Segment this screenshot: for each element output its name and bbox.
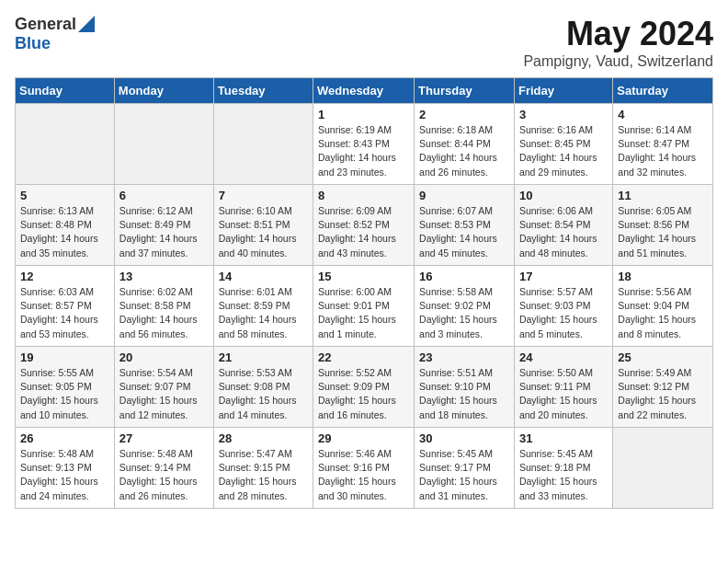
day-number: 2 bbox=[419, 108, 509, 121]
day-number: 26 bbox=[20, 431, 109, 445]
day-number: 15 bbox=[318, 270, 409, 283]
day-info: Sunrise: 6:10 AM Sunset: 8:51 PM Dayligh… bbox=[219, 204, 308, 260]
calendar-cell: 25Sunrise: 5:49 AM Sunset: 9:12 PM Dayli… bbox=[613, 347, 713, 428]
day-number: 10 bbox=[519, 189, 608, 202]
title-block: May 2024 Pampigny, Vaud, Switzerland bbox=[523, 15, 713, 70]
day-number: 24 bbox=[519, 350, 608, 364]
weekday-header-monday: Monday bbox=[114, 78, 213, 104]
day-number: 17 bbox=[519, 270, 608, 283]
calendar-cell: 23Sunrise: 5:51 AM Sunset: 9:10 PM Dayli… bbox=[415, 347, 515, 428]
calendar-cell: 3Sunrise: 6:16 AM Sunset: 8:45 PM Daylig… bbox=[514, 104, 612, 185]
calendar-cell: 22Sunrise: 5:52 AM Sunset: 9:09 PM Dayli… bbox=[313, 347, 415, 428]
day-number: 9 bbox=[419, 189, 509, 202]
week-row-1: 1Sunrise: 6:19 AM Sunset: 8:43 PM Daylig… bbox=[16, 104, 713, 185]
day-number: 8 bbox=[318, 189, 409, 202]
day-number: 11 bbox=[618, 189, 708, 202]
day-info: Sunrise: 5:45 AM Sunset: 9:17 PM Dayligh… bbox=[419, 447, 509, 503]
day-info: Sunrise: 5:51 AM Sunset: 9:10 PM Dayligh… bbox=[419, 366, 509, 422]
weekday-header-friday: Friday bbox=[514, 78, 612, 104]
day-number: 22 bbox=[318, 350, 409, 364]
calendar-cell: 2Sunrise: 6:18 AM Sunset: 8:44 PM Daylig… bbox=[415, 104, 515, 185]
calendar-cell: 8Sunrise: 6:09 AM Sunset: 8:52 PM Daylig… bbox=[313, 185, 415, 266]
day-number: 25 bbox=[618, 350, 708, 364]
calendar-cell: 5Sunrise: 6:13 AM Sunset: 8:48 PM Daylig… bbox=[16, 185, 115, 266]
day-info: Sunrise: 6:13 AM Sunset: 8:48 PM Dayligh… bbox=[20, 204, 109, 260]
day-number: 18 bbox=[618, 270, 708, 283]
day-number: 13 bbox=[119, 270, 209, 283]
calendar-cell: 15Sunrise: 6:00 AM Sunset: 9:01 PM Dayli… bbox=[313, 266, 415, 347]
day-number: 30 bbox=[419, 431, 509, 445]
calendar-cell bbox=[613, 428, 713, 509]
day-number: 1 bbox=[318, 108, 409, 121]
logo-blue-text: Blue bbox=[15, 34, 51, 53]
day-info: Sunrise: 6:12 AM Sunset: 8:49 PM Dayligh… bbox=[119, 204, 209, 260]
day-number: 3 bbox=[519, 108, 608, 121]
calendar-cell: 24Sunrise: 5:50 AM Sunset: 9:11 PM Dayli… bbox=[514, 347, 612, 428]
day-info: Sunrise: 6:14 AM Sunset: 8:47 PM Dayligh… bbox=[618, 123, 708, 179]
day-info: Sunrise: 6:05 AM Sunset: 8:56 PM Dayligh… bbox=[618, 204, 708, 260]
weekday-header-tuesday: Tuesday bbox=[213, 78, 313, 104]
logo-triangle-icon bbox=[78, 16, 95, 32]
day-number: 27 bbox=[119, 431, 209, 445]
calendar-cell: 17Sunrise: 5:57 AM Sunset: 9:03 PM Dayli… bbox=[514, 266, 612, 347]
calendar-cell bbox=[16, 104, 115, 185]
day-number: 20 bbox=[119, 350, 209, 364]
day-info: Sunrise: 6:00 AM Sunset: 9:01 PM Dayligh… bbox=[318, 285, 409, 341]
day-number: 5 bbox=[20, 189, 109, 202]
calendar-cell: 28Sunrise: 5:47 AM Sunset: 9:15 PM Dayli… bbox=[213, 428, 313, 509]
week-row-2: 5Sunrise: 6:13 AM Sunset: 8:48 PM Daylig… bbox=[16, 185, 713, 266]
day-info: Sunrise: 5:45 AM Sunset: 9:18 PM Dayligh… bbox=[519, 447, 608, 503]
calendar-cell: 30Sunrise: 5:45 AM Sunset: 9:17 PM Dayli… bbox=[415, 428, 515, 509]
day-number: 14 bbox=[219, 270, 308, 283]
day-info: Sunrise: 6:01 AM Sunset: 8:59 PM Dayligh… bbox=[219, 285, 308, 341]
day-number: 16 bbox=[419, 270, 509, 283]
calendar-cell: 11Sunrise: 6:05 AM Sunset: 8:56 PM Dayli… bbox=[613, 185, 713, 266]
calendar-cell: 26Sunrise: 5:48 AM Sunset: 9:13 PM Dayli… bbox=[16, 428, 115, 509]
week-row-5: 26Sunrise: 5:48 AM Sunset: 9:13 PM Dayli… bbox=[16, 428, 713, 509]
calendar-cell: 10Sunrise: 6:06 AM Sunset: 8:54 PM Dayli… bbox=[514, 185, 612, 266]
weekday-header-wednesday: Wednesday bbox=[313, 78, 415, 104]
day-info: Sunrise: 6:19 AM Sunset: 8:43 PM Dayligh… bbox=[318, 123, 409, 179]
calendar-cell bbox=[213, 104, 313, 185]
day-info: Sunrise: 6:16 AM Sunset: 8:45 PM Dayligh… bbox=[519, 123, 608, 179]
day-info: Sunrise: 5:56 AM Sunset: 9:04 PM Dayligh… bbox=[618, 285, 708, 341]
weekday-header-thursday: Thursday bbox=[415, 78, 515, 104]
title-month: May 2024 bbox=[523, 15, 713, 53]
calendar-cell: 20Sunrise: 5:54 AM Sunset: 9:07 PM Dayli… bbox=[114, 347, 213, 428]
calendar-cell bbox=[114, 104, 213, 185]
calendar-cell: 18Sunrise: 5:56 AM Sunset: 9:04 PM Dayli… bbox=[613, 266, 713, 347]
day-number: 7 bbox=[219, 189, 308, 202]
week-row-4: 19Sunrise: 5:55 AM Sunset: 9:05 PM Dayli… bbox=[16, 347, 713, 428]
calendar-cell: 9Sunrise: 6:07 AM Sunset: 8:53 PM Daylig… bbox=[415, 185, 515, 266]
day-info: Sunrise: 5:53 AM Sunset: 9:08 PM Dayligh… bbox=[219, 366, 308, 422]
logo-general-text: General bbox=[15, 15, 76, 34]
calendar-cell: 13Sunrise: 6:02 AM Sunset: 8:58 PM Dayli… bbox=[114, 266, 213, 347]
day-number: 12 bbox=[20, 270, 109, 283]
calendar-cell: 14Sunrise: 6:01 AM Sunset: 8:59 PM Dayli… bbox=[213, 266, 313, 347]
day-number: 19 bbox=[20, 350, 109, 364]
calendar-cell: 27Sunrise: 5:48 AM Sunset: 9:14 PM Dayli… bbox=[114, 428, 213, 509]
calendar-cell: 19Sunrise: 5:55 AM Sunset: 9:05 PM Dayli… bbox=[16, 347, 115, 428]
title-location: Pampigny, Vaud, Switzerland bbox=[523, 53, 713, 70]
calendar-cell: 21Sunrise: 5:53 AM Sunset: 9:08 PM Dayli… bbox=[213, 347, 313, 428]
calendar-cell: 12Sunrise: 6:03 AM Sunset: 8:57 PM Dayli… bbox=[16, 266, 115, 347]
day-info: Sunrise: 5:55 AM Sunset: 9:05 PM Dayligh… bbox=[20, 366, 109, 422]
day-number: 21 bbox=[219, 350, 308, 364]
day-info: Sunrise: 6:09 AM Sunset: 8:52 PM Dayligh… bbox=[318, 204, 409, 260]
calendar-cell: 4Sunrise: 6:14 AM Sunset: 8:47 PM Daylig… bbox=[613, 104, 713, 185]
day-info: Sunrise: 5:49 AM Sunset: 9:12 PM Dayligh… bbox=[618, 366, 708, 422]
day-info: Sunrise: 6:18 AM Sunset: 8:44 PM Dayligh… bbox=[419, 123, 509, 179]
day-info: Sunrise: 6:02 AM Sunset: 8:58 PM Dayligh… bbox=[119, 285, 209, 341]
day-number: 4 bbox=[618, 108, 708, 121]
weekday-header-saturday: Saturday bbox=[613, 78, 713, 104]
day-info: Sunrise: 5:47 AM Sunset: 9:15 PM Dayligh… bbox=[219, 447, 308, 503]
svg-marker-0 bbox=[78, 16, 95, 32]
day-info: Sunrise: 6:06 AM Sunset: 8:54 PM Dayligh… bbox=[519, 204, 608, 260]
day-info: Sunrise: 5:48 AM Sunset: 9:14 PM Dayligh… bbox=[119, 447, 209, 503]
day-number: 28 bbox=[219, 431, 308, 445]
weekday-header-row: SundayMondayTuesdayWednesdayThursdayFrid… bbox=[16, 78, 713, 104]
day-number: 29 bbox=[318, 431, 409, 445]
calendar-cell: 29Sunrise: 5:46 AM Sunset: 9:16 PM Dayli… bbox=[313, 428, 415, 509]
logo: General Blue bbox=[15, 15, 95, 53]
page-header: General Blue May 2024 Pampigny, Vaud, Sw… bbox=[15, 15, 713, 70]
